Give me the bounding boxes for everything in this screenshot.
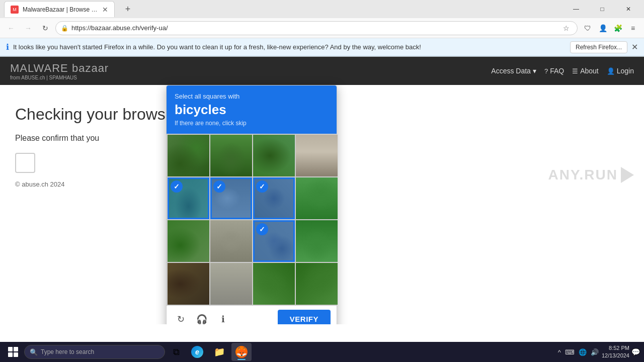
captcha-header: Select all squares with bicycles If ther… [167,85,337,134]
firefox-icon: 🦊 [235,346,248,358]
check-mark-6: ✓ [256,180,268,193]
close-button[interactable]: ✕ [617,0,640,18]
site-nav: Access Data ▾ ? FAQ ☰ About 👤 Login [491,67,634,75]
captcha-hint: If there are none, click skip [175,120,329,127]
info-icon: ℹ [6,42,9,52]
active-tab[interactable]: M MalwareBazaar | Browse Check... ✕ [4,1,115,17]
notification-icon[interactable]: 💬 [631,348,640,356]
site-logo: MALWARE bazaar from ABUSE.ch | SPAMHAUS [10,62,109,80]
search-placeholder-text: Type here to search [41,348,94,355]
windows-logo-icon [8,347,18,357]
keyboard-icon[interactable]: ⌨ [564,347,576,357]
logo-sub: from ABUSE.ch | SPAMHAUS [10,75,109,80]
nav-about[interactable]: ☰ About [572,67,599,75]
forward-button[interactable]: → [21,21,35,35]
captcha-cell-11[interactable] [296,220,338,262]
task-view-icon: ⧉ [173,347,180,357]
explorer-icon: 📁 [213,346,225,358]
start-button[interactable] [4,343,22,361]
system-clock: 8:52 PM 12/13/2024 [602,344,629,360]
captcha-cell-3[interactable] [296,135,338,176]
new-tab-button[interactable]: + [121,2,135,16]
browser-menu-icons: 🛡 👤 🧩 ≡ [581,21,640,35]
captcha-cell-14[interactable] [253,263,295,305]
captcha-cell-10[interactable]: ✓ [253,220,295,262]
captcha-cell-0[interactable] [168,135,209,176]
browser-chrome: M MalwareBazaar | Browse Check... ✕ + — … [0,0,644,57]
captcha-cell-4[interactable]: ✓ [168,177,209,219]
info-message: It looks like you haven't started Firefo… [13,43,566,51]
captcha-cell-8[interactable] [168,220,209,262]
address-icons: ☆ [560,22,572,34]
edge-taskbar-btn[interactable]: e [187,343,207,361]
captcha-cell-5[interactable]: ✓ [210,177,252,219]
address-bar[interactable]: 🔒 https://bazaar.abuse.ch/verify-ua/ ☆ [55,21,578,35]
captcha-cell-2[interactable] [253,135,295,176]
tab-close-btn[interactable]: ✕ [102,6,108,14]
captcha-checkbox[interactable] [15,153,35,173]
taskbar-search[interactable]: 🔍 Type here to search [24,345,165,359]
captcha-cell-9[interactable] [210,220,252,262]
maximize-button[interactable]: □ [591,0,614,18]
captcha-cell-7[interactable] [296,177,338,219]
nav-bar: ← → ↻ 🔒 https://bazaar.abuse.ch/verify-u… [0,18,644,38]
info-bar: ℹ It looks like you haven't started Fire… [0,38,644,56]
edge-icon: e [191,346,203,358]
taskbar-system: ^ ⌨ 🌐 🔊 8:52 PM 12/13/2024 💬 [557,344,640,360]
captcha-info-button[interactable]: ℹ [215,311,231,325]
captcha-audio-button[interactable]: 🎧 [194,311,210,325]
url-text: https://bazaar.abuse.ch/verify-ua/ [71,24,557,32]
site-header: MALWARE bazaar from ABUSE.ch | SPAMHAUS … [0,57,644,85]
tab-title: MalwareBazaar | Browse Check... [23,6,98,13]
captcha-cell-15[interactable] [296,263,338,305]
captcha-cell-6[interactable]: ✓ [253,177,295,219]
task-view-button[interactable]: ⧉ [167,343,185,361]
page-footer: © abuse.ch 2024 [15,180,64,188]
check-mark-10: ✓ [256,223,268,235]
captcha-keyword: bicycles [175,102,329,118]
captcha-select-text: Select all squares with [175,93,329,100]
captcha-cell-1[interactable] [210,135,252,176]
network-icon[interactable]: 🌐 [578,347,588,357]
lock-icon: 🔒 [61,25,68,32]
page-body: Checking your browser Please confirm tha… [0,85,644,193]
watermark-play-icon [621,167,634,183]
speaker-icon[interactable]: 🔊 [590,347,600,357]
shield-icon[interactable]: 🛡 [581,21,595,35]
back-button[interactable]: ← [4,21,18,35]
menu-button[interactable]: ≡ [626,21,640,35]
minimize-button[interactable]: — [565,0,588,18]
explorer-taskbar-btn[interactable]: 📁 [209,343,229,361]
nav-faq[interactable]: ? FAQ [544,67,564,75]
logo-text: MALWARE bazaar [10,62,109,75]
info-close-button[interactable]: ✕ [631,42,638,52]
captcha-modal: Select all squares with bicycles If ther… [166,85,337,324]
window-controls: — □ ✕ [565,0,640,18]
page-content: MALWARE bazaar from ABUSE.ch | SPAMHAUS … [0,57,644,324]
captcha-cell-13[interactable] [210,263,252,305]
captcha-footer: ↻ 🎧 ℹ VERIFY [167,306,337,324]
verify-button[interactable]: VERIFY [278,310,331,324]
chevron-up-icon[interactable]: ^ [557,347,562,357]
reload-button[interactable]: ↻ [38,21,52,35]
extensions-icon[interactable]: 🧩 [611,21,625,35]
check-mark-4: ✓ [171,180,183,193]
bookmark-btn[interactable]: ☆ [560,22,572,34]
tab-favicon: M [11,6,19,14]
captcha-grid: ✓ ✓ ✓ [167,134,337,306]
captcha-cell-12[interactable] [168,263,209,305]
captcha-refresh-button[interactable]: ↻ [173,311,189,325]
taskbar: 🔍 Type here to search ⧉ e 📁 🦊 ^ ⌨ 🌐 🔊 8:… [0,342,644,362]
title-bar: M MalwareBazaar | Browse Check... ✕ + — … [0,0,644,18]
anyrun-watermark: ANY.RUN [548,167,634,183]
search-icon: 🔍 [30,348,38,356]
profile-icon[interactable]: 👤 [596,21,610,35]
firefox-taskbar-btn[interactable]: 🦊 [231,343,252,361]
nav-login[interactable]: 👤 Login [607,67,634,75]
check-mark-5: ✓ [213,180,225,193]
nav-access-data[interactable]: Access Data ▾ [491,67,536,75]
refresh-firefox-button[interactable]: Refresh Firefox... [570,41,627,53]
